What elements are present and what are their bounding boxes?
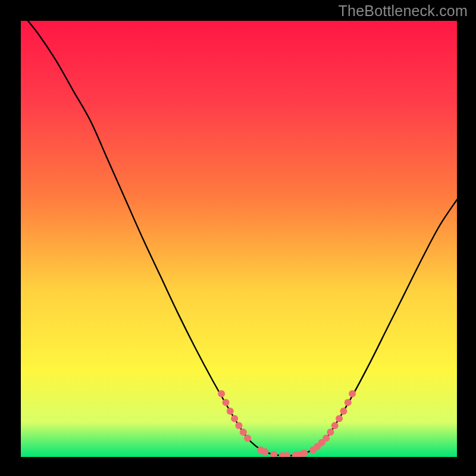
- data-point-marker: [322, 434, 330, 441]
- chart-svg: [21, 21, 457, 457]
- gradient-background: [21, 21, 457, 457]
- data-point-marker: [336, 415, 343, 422]
- data-point-marker: [227, 408, 234, 415]
- data-point-marker: [345, 399, 352, 406]
- data-point-marker: [300, 450, 308, 457]
- chart-plot-area: [21, 21, 457, 457]
- data-point-marker: [327, 428, 334, 436]
- data-point-marker: [223, 399, 230, 406]
- data-point-marker: [261, 448, 268, 455]
- data-point-marker: [349, 390, 356, 397]
- data-point-marker: [331, 422, 339, 429]
- data-point-marker: [236, 422, 243, 429]
- data-point-marker: [340, 408, 347, 415]
- data-point-marker: [231, 415, 238, 422]
- data-point-marker: [240, 428, 247, 436]
- watermark-label: TheBottleneck.com: [339, 2, 468, 20]
- data-point-marker: [218, 390, 225, 397]
- data-point-marker: [244, 434, 251, 441]
